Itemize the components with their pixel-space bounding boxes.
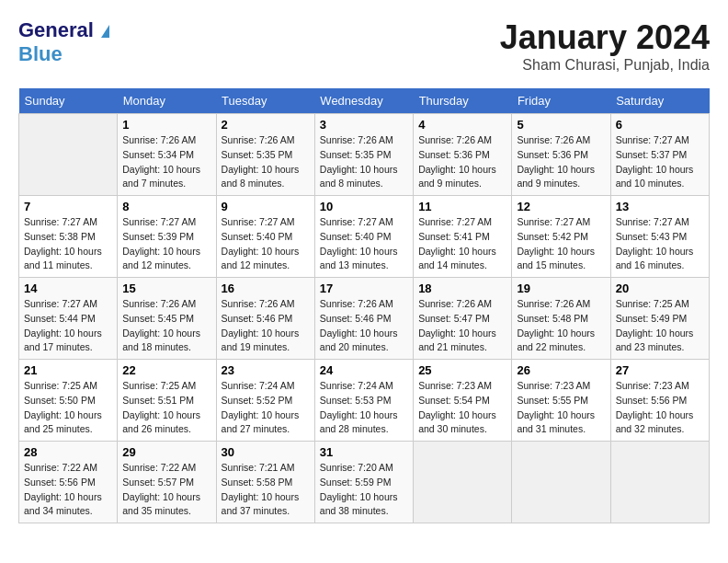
- day-info: Sunrise: 7:23 AMSunset: 5:56 PMDaylight:…: [616, 379, 704, 437]
- day-number: 11: [418, 200, 506, 213]
- calendar-cell: 31Sunrise: 7:20 AMSunset: 5:59 PMDayligh…: [314, 442, 413, 523]
- day-info: Sunrise: 7:26 AMSunset: 5:35 PMDaylight:…: [320, 133, 408, 191]
- calendar-cell: 7Sunrise: 7:27 AMSunset: 5:38 PMDaylight…: [19, 196, 118, 278]
- day-info: Sunrise: 7:26 AMSunset: 5:36 PMDaylight:…: [418, 133, 506, 191]
- day-info: Sunrise: 7:27 AMSunset: 5:43 PMDaylight:…: [616, 215, 704, 273]
- day-info: Sunrise: 7:26 AMSunset: 5:45 PMDaylight:…: [122, 297, 210, 355]
- day-number: 14: [24, 282, 112, 295]
- day-number: 1: [122, 118, 210, 132]
- calendar-cell: [19, 114, 118, 196]
- day-info: Sunrise: 7:22 AMSunset: 5:56 PMDaylight:…: [24, 461, 112, 519]
- calendar-week-row: 1Sunrise: 7:26 AMSunset: 5:34 PMDaylight…: [19, 114, 710, 196]
- day-number: 10: [320, 200, 408, 213]
- day-info: Sunrise: 7:26 AMSunset: 5:47 PMDaylight:…: [418, 297, 506, 355]
- day-number: 17: [320, 282, 408, 295]
- day-info: Sunrise: 7:22 AMSunset: 5:57 PMDaylight:…: [122, 461, 210, 519]
- calendar-cell: 4Sunrise: 7:26 AMSunset: 5:36 PMDaylight…: [414, 114, 512, 196]
- calendar-cell: [414, 442, 512, 523]
- calendar-cell: 21Sunrise: 7:25 AMSunset: 5:50 PMDayligh…: [19, 360, 118, 442]
- calendar-cell: 13Sunrise: 7:27 AMSunset: 5:43 PMDayligh…: [610, 196, 709, 278]
- calendar-cell: 23Sunrise: 7:24 AMSunset: 5:52 PMDayligh…: [216, 360, 314, 442]
- calendar-cell: 6Sunrise: 7:27 AMSunset: 5:37 PMDaylight…: [610, 114, 709, 196]
- calendar-cell: 20Sunrise: 7:25 AMSunset: 5:49 PMDayligh…: [610, 278, 709, 360]
- day-info: Sunrise: 7:20 AMSunset: 5:59 PMDaylight:…: [320, 461, 408, 519]
- day-number: 18: [418, 282, 506, 295]
- calendar-week-row: 7Sunrise: 7:27 AMSunset: 5:38 PMDaylight…: [19, 196, 710, 278]
- col-thursday: Thursday: [414, 88, 512, 114]
- day-info: Sunrise: 7:27 AMSunset: 5:41 PMDaylight:…: [418, 215, 506, 273]
- day-number: 30: [222, 445, 310, 459]
- day-info: Sunrise: 7:26 AMSunset: 5:34 PMDaylight:…: [122, 133, 210, 191]
- page-header: General Blue January 2024 Sham Churasi, …: [18, 18, 710, 74]
- logo-triangle-icon: [101, 25, 109, 38]
- calendar-cell: 26Sunrise: 7:23 AMSunset: 5:55 PMDayligh…: [512, 360, 610, 442]
- day-info: Sunrise: 7:27 AMSunset: 5:39 PMDaylight:…: [122, 215, 210, 273]
- logo-general: General: [18, 18, 94, 41]
- day-info: Sunrise: 7:25 AMSunset: 5:50 PMDaylight:…: [24, 379, 112, 437]
- calendar-cell: 30Sunrise: 7:21 AMSunset: 5:58 PMDayligh…: [216, 442, 314, 523]
- title-block: January 2024 Sham Churasi, Punjab, India: [500, 18, 710, 74]
- calendar-cell: 12Sunrise: 7:27 AMSunset: 5:42 PMDayligh…: [512, 196, 610, 278]
- day-info: Sunrise: 7:24 AMSunset: 5:52 PMDaylight:…: [222, 379, 310, 437]
- day-info: Sunrise: 7:25 AMSunset: 5:49 PMDaylight:…: [616, 297, 704, 355]
- calendar-header-row: Sunday Monday Tuesday Wednesday Thursday…: [19, 88, 710, 114]
- day-number: 9: [222, 200, 310, 213]
- day-number: 8: [122, 200, 210, 213]
- col-sunday: Sunday: [19, 88, 118, 114]
- calendar-cell: 27Sunrise: 7:23 AMSunset: 5:56 PMDayligh…: [610, 360, 709, 442]
- calendar-table: Sunday Monday Tuesday Wednesday Thursday…: [18, 88, 710, 523]
- day-number: 28: [24, 445, 112, 459]
- day-number: 12: [517, 200, 605, 213]
- page-title: January 2024: [500, 18, 710, 57]
- calendar-cell: 10Sunrise: 7:27 AMSunset: 5:40 PMDayligh…: [314, 196, 413, 278]
- col-monday: Monday: [118, 88, 216, 114]
- page-subtitle: Sham Churasi, Punjab, India: [500, 57, 710, 74]
- day-number: 20: [616, 282, 704, 295]
- day-info: Sunrise: 7:27 AMSunset: 5:42 PMDaylight:…: [517, 215, 605, 273]
- col-friday: Friday: [512, 88, 610, 114]
- logo: General Blue: [18, 18, 109, 67]
- day-number: 3: [320, 118, 408, 132]
- calendar-cell: 1Sunrise: 7:26 AMSunset: 5:34 PMDaylight…: [118, 114, 216, 196]
- day-number: 21: [24, 363, 112, 377]
- day-info: Sunrise: 7:27 AMSunset: 5:40 PMDaylight:…: [320, 215, 408, 273]
- day-number: 5: [517, 118, 605, 132]
- calendar-cell: 15Sunrise: 7:26 AMSunset: 5:45 PMDayligh…: [118, 278, 216, 360]
- day-number: 4: [418, 118, 506, 132]
- calendar-cell: 16Sunrise: 7:26 AMSunset: 5:46 PMDayligh…: [216, 278, 314, 360]
- day-info: Sunrise: 7:26 AMSunset: 5:35 PMDaylight:…: [222, 133, 310, 191]
- day-info: Sunrise: 7:26 AMSunset: 5:46 PMDaylight:…: [320, 297, 408, 355]
- calendar-cell: 19Sunrise: 7:26 AMSunset: 5:48 PMDayligh…: [512, 278, 610, 360]
- day-number: 15: [122, 282, 210, 295]
- calendar-cell: 5Sunrise: 7:26 AMSunset: 5:36 PMDaylight…: [512, 114, 610, 196]
- calendar-cell: 8Sunrise: 7:27 AMSunset: 5:39 PMDaylight…: [118, 196, 216, 278]
- day-number: 13: [616, 200, 704, 213]
- calendar-cell: [512, 442, 610, 523]
- calendar-cell: 24Sunrise: 7:24 AMSunset: 5:53 PMDayligh…: [314, 360, 413, 442]
- day-info: Sunrise: 7:27 AMSunset: 5:37 PMDaylight:…: [616, 133, 704, 191]
- calendar-week-row: 28Sunrise: 7:22 AMSunset: 5:56 PMDayligh…: [19, 442, 710, 523]
- day-info: Sunrise: 7:24 AMSunset: 5:53 PMDaylight:…: [320, 379, 408, 437]
- day-number: 25: [418, 363, 506, 377]
- day-number: 16: [222, 282, 310, 295]
- logo-blue: Blue: [18, 42, 63, 65]
- calendar-cell: 14Sunrise: 7:27 AMSunset: 5:44 PMDayligh…: [19, 278, 118, 360]
- day-number: 31: [320, 445, 408, 459]
- calendar-cell: 25Sunrise: 7:23 AMSunset: 5:54 PMDayligh…: [414, 360, 512, 442]
- calendar-cell: [610, 442, 709, 523]
- calendar-cell: 9Sunrise: 7:27 AMSunset: 5:40 PMDaylight…: [216, 196, 314, 278]
- day-info: Sunrise: 7:27 AMSunset: 5:38 PMDaylight:…: [24, 215, 112, 273]
- calendar-cell: 3Sunrise: 7:26 AMSunset: 5:35 PMDaylight…: [314, 114, 413, 196]
- day-info: Sunrise: 7:26 AMSunset: 5:46 PMDaylight:…: [222, 297, 310, 355]
- calendar-cell: 28Sunrise: 7:22 AMSunset: 5:56 PMDayligh…: [19, 442, 118, 523]
- day-number: 22: [122, 363, 210, 377]
- day-info: Sunrise: 7:27 AMSunset: 5:40 PMDaylight:…: [222, 215, 310, 273]
- calendar-week-row: 14Sunrise: 7:27 AMSunset: 5:44 PMDayligh…: [19, 278, 710, 360]
- calendar-cell: 11Sunrise: 7:27 AMSunset: 5:41 PMDayligh…: [414, 196, 512, 278]
- calendar-cell: 2Sunrise: 7:26 AMSunset: 5:35 PMDaylight…: [216, 114, 314, 196]
- day-number: 2: [222, 118, 310, 132]
- day-info: Sunrise: 7:26 AMSunset: 5:36 PMDaylight:…: [517, 133, 605, 191]
- calendar-cell: 22Sunrise: 7:25 AMSunset: 5:51 PMDayligh…: [118, 360, 216, 442]
- day-info: Sunrise: 7:27 AMSunset: 5:44 PMDaylight:…: [24, 297, 112, 355]
- day-info: Sunrise: 7:25 AMSunset: 5:51 PMDaylight:…: [122, 379, 210, 437]
